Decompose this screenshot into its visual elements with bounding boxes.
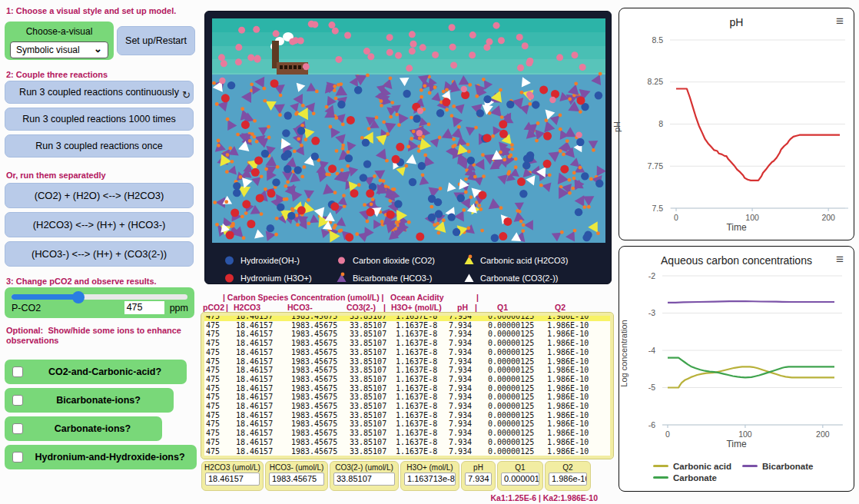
ka-constants-note: Ka1:1.25E-6 | Ka2:1.986E-10 xyxy=(201,493,598,502)
legend-label: Bicarbonate xyxy=(762,462,813,471)
model-output[interactable]: 47518.461571983.4567533.851071.1637E-87.… xyxy=(201,313,613,459)
svg-text:-6: -6 xyxy=(648,420,655,429)
svg-text:-4: -4 xyxy=(648,346,655,355)
header-text: pH xyxy=(457,303,468,312)
legend-item: Carbonic acid xyxy=(653,462,742,471)
note-step2: 2: Couple three reactions xyxy=(6,70,108,80)
sim-legend: Hydroxide(OH-)Carbon dioxide (CO2)Carbon… xyxy=(224,251,600,287)
cc-plot-legend: Carbonic acidBicarbonateCarbonate xyxy=(653,460,831,483)
reaction1-button[interactable]: (CO2) + (H2O) <--> (H2CO3) xyxy=(5,183,194,208)
switch-label: Bicarbonate-ions? xyxy=(23,395,174,406)
note-step3: 3: Change pCO2 and observe results. xyxy=(6,277,157,287)
simulation-view: Hydroxide(OH-)Carbon dioxide (CO2)Carbon… xyxy=(204,11,612,284)
run-1000-button[interactable]: Run 3 coupled reactions 1000 times xyxy=(5,108,194,131)
reaction3-label: (HCO3-) <--> (H+) + (CO3(2-)) xyxy=(32,248,167,260)
note-optional: Optional: Show/hide some ions to enhance… xyxy=(6,326,192,346)
triangle-icon xyxy=(463,254,475,266)
reaction2-button[interactable]: (H2CO3) <--> (H+) + (HCO3-) xyxy=(5,212,194,237)
slider-label: P-CO2 xyxy=(12,303,124,313)
monitor-7: Q21.986e-10 xyxy=(545,461,591,491)
table-row: 47518.461571983.4567533.851071.1637E-87.… xyxy=(204,339,610,348)
table-row: 47518.461571983.4567533.851071.1637E-87.… xyxy=(204,419,610,429)
switch-carbonate[interactable]: Carbonate-ions? xyxy=(5,416,162,441)
switch-hydronium-hydroxide[interactable]: Hydronium-and-Hydroxide-ions? xyxy=(5,445,197,469)
legend-label: Carbonate (CO3(2-)) xyxy=(480,274,558,283)
monitor-5: pH7.934 xyxy=(461,461,496,491)
pco2-slider[interactable]: P-CO2 475 ppm xyxy=(5,287,194,318)
checkbox-icon[interactable] xyxy=(12,366,23,377)
legend-item: Carbonate xyxy=(653,473,742,482)
monitor-4: H3O+ (mol/L)1.163713e-8 xyxy=(400,461,459,491)
note-step1: 1: Choose a visual style and set up mode… xyxy=(6,6,195,16)
forever-icon: ↻ xyxy=(182,89,191,101)
monitor-2: HCO3- (umol/L)1983.45675 xyxy=(265,461,328,491)
note-run-separately: Or, run them separatedly xyxy=(6,171,106,181)
visual-style-select[interactable]: Symbolic visual ⌄ xyxy=(10,41,108,58)
chooser-label: Choose-a-visual xyxy=(5,22,114,37)
svg-text:8.5: 8.5 xyxy=(652,35,663,45)
reaction1-label: (CO2) + (H2O) <--> (H2CO3) xyxy=(35,190,164,201)
svg-text:0: 0 xyxy=(674,213,678,222)
table-row: 47518.461571983.4567533.851071.1637E-87.… xyxy=(204,357,610,366)
legend-item: Hydroxide(OH-) xyxy=(224,254,336,266)
table-row: 47518.461571983.4567533.851071.1637E-87.… xyxy=(204,393,610,402)
cc-ylabel: Log concentration xyxy=(619,320,628,386)
run-continuous-label: Run 3 coupled reactions continuously xyxy=(19,87,179,98)
legend-label: Carbonate xyxy=(673,473,717,482)
legend-label: Carbonic acid (H2CO3) xyxy=(480,256,568,265)
ph-xlabel: Time xyxy=(619,222,854,233)
legend-label: Carbon dioxide (CO2) xyxy=(353,256,435,265)
legend-item: Carbon dioxide (CO2) xyxy=(336,254,463,266)
legend-item: Carbonic acid (H2CO3) xyxy=(463,254,595,266)
monitor-3: CO3(2-) (umol/L)33.85107 xyxy=(330,461,399,491)
select-value: Symbolic visual xyxy=(16,45,80,55)
header-text: Q1 xyxy=(497,303,508,312)
legend-swatch xyxy=(742,465,758,467)
header-text: | Carbon Species Concentration (umol/L) … xyxy=(223,293,383,302)
table-row: 47518.461571983.4567533.851071.1637E-87.… xyxy=(204,321,610,330)
svg-text:100: 100 xyxy=(738,429,752,439)
slider-unit: ppm xyxy=(170,303,188,313)
visual-style-chooser: Choose-a-visual Symbolic visual ⌄ xyxy=(5,22,114,60)
table-row: 47518.461571983.4567533.851071.1637E-87.… xyxy=(204,411,610,420)
table-row: 47518.461571983.4567533.851071.1637E-87.… xyxy=(204,375,610,384)
checkbox-icon[interactable] xyxy=(12,423,23,434)
legend-item: Bicarbonate xyxy=(742,462,831,471)
header-text: Q2 xyxy=(555,303,565,312)
slider-value[interactable]: 475 xyxy=(124,301,164,314)
svg-text:7.75: 7.75 xyxy=(648,161,664,171)
setup-restart-button[interactable]: Set up/Restart xyxy=(117,26,195,55)
reaction2-label: (H2CO3) <--> (H+) + (HCO3-) xyxy=(33,219,166,230)
monitor-6: Q10.00000125 xyxy=(497,461,543,491)
table-row: 47518.461571983.4567533.851071.1637E-87.… xyxy=(204,366,610,375)
table-row: 47518.461571983.4567533.851071.1637E-87.… xyxy=(204,429,610,438)
triangle-icon xyxy=(336,272,347,284)
svg-text:200: 200 xyxy=(816,429,830,439)
svg-text:0: 0 xyxy=(665,429,670,439)
switch-co2-carbonic[interactable]: CO2-and-Carbonic-acid? xyxy=(5,360,187,384)
switch-bicarbonate[interactable]: Bicarbonate-ions? xyxy=(5,388,174,413)
run-continuous-button[interactable]: Run 3 coupled reactions continuously ↻ xyxy=(5,81,194,104)
reaction3-button[interactable]: (HCO3-) <--> (H+) + (CO3(2-)) xyxy=(5,241,194,267)
header-text: | xyxy=(226,303,228,312)
legend-swatch xyxy=(653,476,668,479)
checkbox-icon[interactable] xyxy=(12,452,23,463)
slider-track[interactable] xyxy=(12,294,187,300)
ph-plot: pH ≡ 8.58.2587.757.50100200 pH Time xyxy=(619,8,854,240)
legend-item: Hydronium (H3O+) xyxy=(224,272,336,284)
table-row: 47518.461571983.4567533.851071.1637E-87.… xyxy=(204,447,610,456)
legend-label: Hydroxide(OH-) xyxy=(240,256,300,265)
triangle-icon xyxy=(463,272,475,284)
table-row: 47518.461571983.4567533.851071.1637E-87.… xyxy=(204,348,610,357)
slider-fill xyxy=(12,294,78,300)
svg-text:8.25: 8.25 xyxy=(648,77,664,86)
table-row: 47518.461571983.4567533.851071.1637E-87.… xyxy=(204,438,610,447)
circle-icon xyxy=(224,254,235,266)
legend-label: Bicarbonate (HCO3-) xyxy=(353,274,432,283)
header-text: | xyxy=(383,303,386,312)
header-text: CO3(2-) xyxy=(347,303,376,312)
circle-icon xyxy=(224,272,235,284)
run-once-button[interactable]: Run 3 coupled reactions once xyxy=(5,134,194,158)
checkbox-icon[interactable] xyxy=(12,395,23,406)
svg-text:7.5: 7.5 xyxy=(652,204,663,213)
